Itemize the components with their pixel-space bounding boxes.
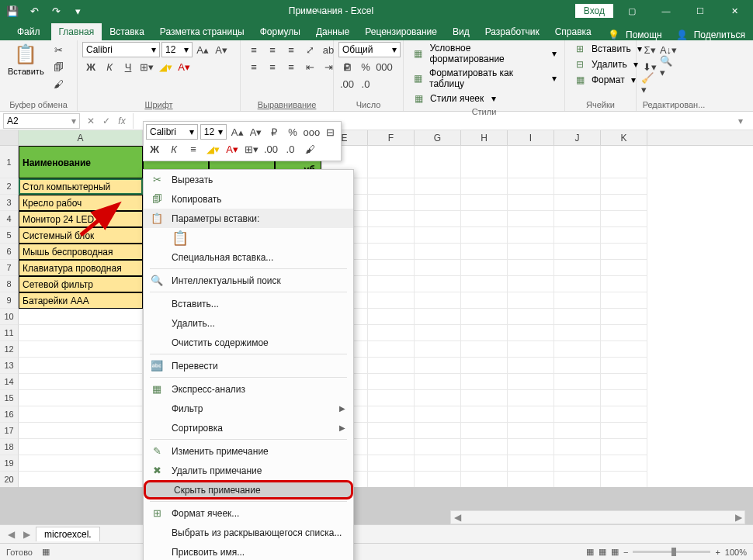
comma-icon[interactable]: 000 [376,59,393,74]
cell[interactable]: Батарейки ААА [19,292,143,309]
row-header[interactable]: 5 [0,227,19,244]
increase-font-icon[interactable]: A▴ [194,42,211,57]
paste-option-icon[interactable]: 📋 [172,230,189,247]
col-header-A[interactable]: A [19,130,143,145]
mini-merge-icon[interactable]: ⊟ [322,124,338,140]
row-header[interactable]: 17 [0,423,19,439]
ctx-clear[interactable]: Очистить содержимое [144,333,353,352]
mini-border-icon[interactable]: ≡ [185,141,202,157]
fx-icon[interactable]: fx [114,113,130,129]
cancel-formula-icon[interactable]: ✕ [83,113,99,129]
format-as-table-button[interactable]: ▦Форматировать как таблицу▾ [408,67,560,90]
italic-icon[interactable]: К [101,59,118,74]
view-normal-icon[interactable]: ▦ [586,547,594,557]
align-center-icon[interactable]: ≡ [264,59,281,74]
ctx-edit-comment[interactable]: ✎Изменить примечание [144,441,353,461]
col-header-J[interactable]: J [554,130,601,145]
col-header-H[interactable]: H [461,130,508,145]
sheet-nav-prev-icon[interactable]: ◀ [5,529,17,540]
tab-review[interactable]: Рецензирование [357,23,445,40]
underline-icon[interactable]: Ч [120,59,137,74]
ctx-delete[interactable]: Удалить... [144,313,353,333]
font-combo[interactable]: Calibri ▾ [82,42,160,57]
row-header[interactable]: 6 [0,244,19,260]
cut-icon[interactable]: ✂ [50,42,68,57]
tab-layout[interactable]: Разметка страницы [152,23,252,40]
macro-record-icon[interactable]: ▦ [42,547,50,557]
zoom-level[interactable]: 100% [725,548,747,557]
enter-formula-icon[interactable]: ✓ [99,113,114,129]
align-bottom-icon[interactable]: ≡ [283,42,300,57]
copy-icon[interactable]: 🗐 [50,59,68,74]
autosum-icon[interactable]: Σ▾ [641,42,658,57]
currency-icon[interactable]: ₽ [338,59,356,74]
ctx-paste-options[interactable]: 📋Параметры вставки: [144,209,353,228]
ctx-define-name[interactable]: Присвоить имя... [144,542,353,560]
bold-icon[interactable]: Ж [82,59,99,74]
sheet-nav-next-icon[interactable]: ▶ [20,529,33,540]
mini-font-combo[interactable]: Calibri▾ [146,124,198,140]
tab-insert[interactable]: Вставка [102,23,152,40]
mini-decrease-font-icon[interactable]: A▾ [248,124,264,140]
mini-currency-icon[interactable]: ₽ [266,124,283,140]
ctx-format-cells[interactable]: ⊞Формат ячеек... [144,503,353,523]
qat-customize-icon[interactable]: ▾ [68,2,87,19]
name-box[interactable]: A2▾ [3,113,80,129]
row-header[interactable]: 14 [0,374,19,390]
row-header[interactable]: 13 [0,358,19,374]
font-color-icon[interactable]: A▾ [175,59,193,74]
ctx-cut[interactable]: ✂Вырезать [144,170,353,189]
ctx-hide-comment[interactable]: Скрыть примечание [144,480,353,500]
header-name[interactable]: Наименование [19,146,143,178]
row-header[interactable]: 19 [0,455,19,472]
tab-help[interactable]: Справка [547,23,599,40]
number-format-combo[interactable]: Общий ▾ [338,42,401,57]
align-middle-icon[interactable]: ≡ [264,42,281,57]
mini-size-combo[interactable]: 12▾ [200,124,227,140]
save-icon[interactable]: 💾 [3,2,22,19]
decrease-font-icon[interactable]: A▾ [213,42,230,57]
ctx-paste-special[interactable]: Специальная вставка... [144,247,353,267]
cell[interactable]: Стол компьютерный [19,178,143,195]
mini-fill-icon[interactable]: ◢▾ [204,141,221,157]
paste-button[interactable]: 📋 Вставить [5,42,47,78]
mini-increase-font-icon[interactable]: A▴ [229,124,245,140]
row-header[interactable]: 15 [0,390,19,406]
conditional-formatting-button[interactable]: ▦Условное форматирование▾ [408,42,560,65]
zoom-slider[interactable] [633,551,710,553]
mini-dec-inc-icon[interactable]: .00 [262,141,279,157]
row-header[interactable]: 20 [0,472,19,487]
cell[interactable]: Монитор 24 LED [19,211,143,227]
orientation-icon[interactable]: ⤢ [301,42,318,57]
mini-font-color-icon[interactable]: A▾ [224,141,241,157]
percent-icon[interactable]: % [357,59,374,74]
redo-icon[interactable]: ↷ [47,2,65,19]
decrease-indent-icon[interactable]: ⇤ [301,59,318,74]
minimize-icon[interactable]: — [651,0,682,22]
sheet-tab[interactable]: microexcel. [36,527,100,541]
insert-cells-button[interactable]: ⊞Вставить▾ [570,42,645,56]
tab-formulas[interactable]: Формулы [252,23,308,40]
expand-formula-bar-icon[interactable]: ▾ [733,113,748,129]
align-left-icon[interactable]: ≡ [245,59,262,74]
increase-decimal-icon[interactable]: .00 [338,76,356,92]
align-right-icon[interactable]: ≡ [283,59,300,74]
cell[interactable]: Сетевой фильтр [19,276,143,292]
decrease-decimal-icon[interactable]: .0 [357,76,374,92]
row-header[interactable]: 18 [0,439,19,455]
ctx-smart-lookup[interactable]: 🔍Интеллектуальный поиск [144,271,353,290]
delete-cells-button[interactable]: ⊟Удалить▾ [570,57,641,71]
row-header[interactable]: 12 [0,341,19,358]
find-icon[interactable]: 🔍▾ [660,59,677,74]
tab-data[interactable]: Данные [308,23,357,40]
ctx-quick-analysis[interactable]: ▦Экспресс-анализ [144,379,353,399]
mini-format-painter-icon[interactable]: 🖌 [301,141,318,157]
tell-me-label[interactable]: Помощн [626,29,662,40]
mini-borders-icon[interactable]: ⊞▾ [243,141,260,157]
ctx-insert[interactable]: Вставить... [144,294,353,313]
tell-me-icon[interactable]: 💡 [608,29,619,40]
row-header[interactable]: 2 [0,178,19,195]
border-icon[interactable]: ⊞▾ [138,59,155,74]
ctx-paste-icon-row[interactable]: 📋 [144,228,353,247]
tab-home[interactable]: Главная [51,23,102,40]
